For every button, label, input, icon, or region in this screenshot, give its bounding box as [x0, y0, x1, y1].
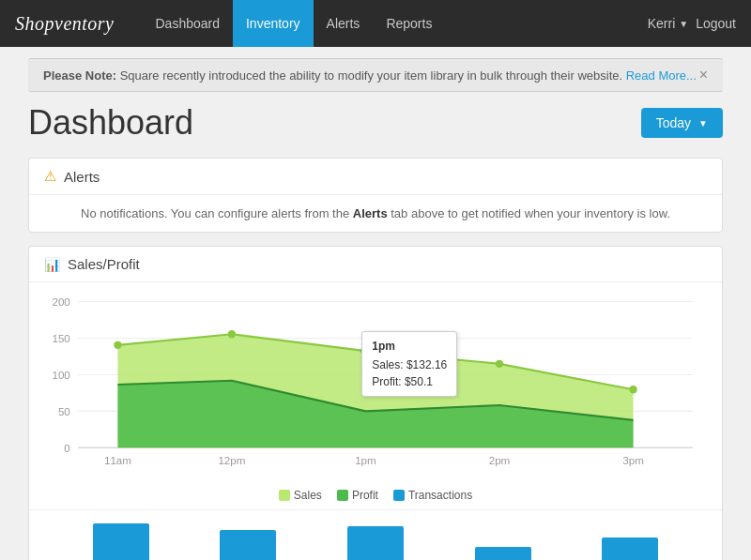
- user-caret-icon: ▼: [679, 19, 688, 29]
- today-label: Today: [656, 115, 691, 130]
- svg-text:50: 50: [58, 406, 70, 417]
- chart-bar-icon: 📊: [44, 257, 60, 272]
- chart-title: Sales/Profit: [68, 256, 140, 272]
- legend-profit-label: Profit: [352, 489, 378, 502]
- legend-profit-color: [337, 490, 348, 501]
- notice-close-button[interactable]: ×: [699, 67, 708, 83]
- chart-legend: Sales Profit Transactions: [29, 483, 722, 509]
- legend-sales-color: [279, 490, 290, 501]
- bar-2: [220, 530, 276, 560]
- bar-1: [93, 523, 149, 560]
- legend-sales-label: Sales: [294, 489, 322, 502]
- nav-inventory[interactable]: Inventory: [233, 0, 314, 47]
- svg-point-17: [629, 386, 636, 393]
- svg-point-16: [496, 360, 503, 368]
- alerts-panel-header: ⚠ Alerts: [29, 159, 722, 195]
- svg-text:0: 0: [64, 443, 69, 454]
- legend-sales: Sales: [279, 489, 322, 502]
- svg-text:11am: 11am: [104, 455, 131, 466]
- bar-4: [475, 547, 531, 560]
- user-name: Kerri: [648, 16, 676, 31]
- chart-panel: 📊 Sales/Profit 200 150 100 50 0: [28, 246, 723, 560]
- legend-profit: Profit: [337, 489, 378, 502]
- alert-icon: ⚠: [44, 168, 56, 185]
- bar-5: [602, 537, 658, 560]
- sales-profit-chart: 200 150 100 50 0: [38, 292, 713, 479]
- svg-text:12pm: 12pm: [218, 455, 245, 466]
- nav-dashboard[interactable]: Dashboard: [142, 0, 233, 47]
- nav-alerts[interactable]: Alerts: [314, 0, 374, 47]
- svg-text:2pm: 2pm: [489, 455, 511, 466]
- chart-area: 200 150 100 50 0: [29, 282, 722, 483]
- alerts-title: Alerts: [64, 169, 100, 185]
- svg-text:3pm: 3pm: [622, 455, 644, 466]
- svg-text:150: 150: [52, 333, 69, 344]
- svg-point-15: [360, 346, 371, 356]
- transactions-bar-section: [29, 509, 722, 560]
- legend-transactions-label: Transactions: [408, 489, 472, 502]
- bar-3: [347, 526, 404, 560]
- nav-reports[interactable]: Reports: [373, 0, 445, 47]
- svg-point-13: [114, 341, 121, 349]
- page-title: Dashboard: [28, 103, 193, 143]
- logout-button[interactable]: Logout: [696, 16, 736, 31]
- legend-transactions: Transactions: [393, 489, 472, 502]
- notice-text: Please Note: Square recently introduced …: [43, 68, 697, 83]
- today-button[interactable]: Today ▼: [641, 108, 723, 138]
- svg-text:200: 200: [52, 296, 69, 308]
- alerts-panel: ⚠ Alerts No notifications. You can confi…: [28, 158, 723, 233]
- today-caret-icon: ▼: [698, 118, 708, 129]
- notice-link[interactable]: Read More...: [626, 68, 697, 83]
- chart-panel-header: 📊 Sales/Profit: [29, 247, 722, 282]
- notice-bar: Please Note: Square recently introduced …: [28, 58, 723, 92]
- svg-text:1pm: 1pm: [355, 455, 376, 466]
- svg-point-14: [228, 330, 236, 338]
- alerts-body: No notifications. You can configure aler…: [29, 195, 722, 232]
- brand-logo[interactable]: Shopventory: [15, 13, 114, 35]
- dashboard-header: Dashboard Today ▼: [28, 103, 723, 143]
- legend-transactions-color: [393, 490, 405, 501]
- user-menu[interactable]: Kerri ▼: [648, 16, 688, 31]
- svg-text:100: 100: [52, 370, 69, 381]
